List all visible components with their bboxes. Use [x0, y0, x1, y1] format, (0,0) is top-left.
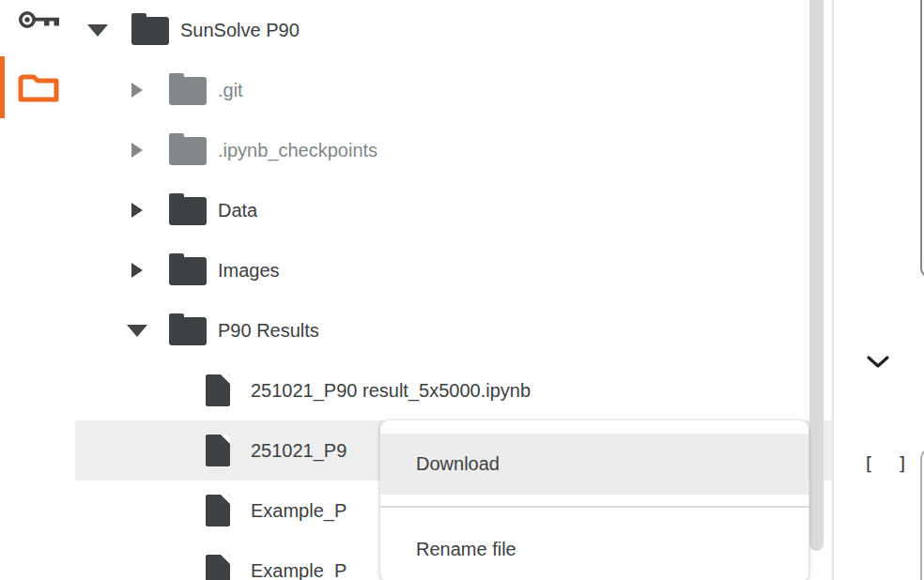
key-icon [17, 6, 62, 34]
cell-border [920, 0, 924, 278]
panel-divider[interactable] [832, 0, 834, 580]
folder-icon [169, 197, 207, 225]
tree-item-label: 251021_P9 [251, 440, 346, 462]
folder-icon [169, 77, 207, 105]
tree-item-label: 251021_P90 result_5x5000.ipynb [251, 380, 531, 402]
file-icon [206, 374, 230, 406]
tree-item-label: Data [218, 200, 257, 221]
folder-icon [131, 17, 169, 45]
menu-divider [380, 506, 808, 508]
folder-icon [169, 137, 207, 165]
tree-item-label: Example_P [251, 500, 346, 522]
tree-item-label: .git [218, 80, 243, 101]
activity-bar [0, 0, 75, 580]
file-icon [206, 555, 230, 580]
folder-icon [17, 73, 60, 103]
file-icon [206, 435, 230, 466]
tree-item-images[interactable]: Images [75, 240, 832, 300]
chevron-collapsed-icon[interactable] [126, 263, 148, 278]
chevron-collapsed-icon[interactable] [126, 143, 148, 158]
context-menu: Download Rename file [380, 420, 808, 580]
tree-item-git[interactable]: .git [75, 60, 832, 120]
folder-icon [169, 317, 207, 345]
tree-item-data[interactable]: Data [75, 180, 832, 240]
menu-item-download[interactable]: Download [380, 434, 808, 495]
chevron-expanded-icon[interactable] [126, 325, 148, 337]
chevron-expanded-icon[interactable] [86, 24, 109, 37]
file-icon [206, 495, 230, 527]
chevron-collapsed-icon[interactable] [126, 83, 148, 98]
chevron-collapsed-icon[interactable] [126, 203, 148, 218]
secrets-tab[interactable] [17, 6, 62, 38]
cell-run-placeholder[interactable]: [ ] [863, 452, 914, 475]
cell-border [920, 449, 924, 580]
tree-item-p90-results[interactable]: P90 Results [75, 300, 832, 360]
tree-item-label: Images [218, 260, 280, 282]
tree-item-label: Example_P [251, 560, 346, 580]
scrollbar-thumb[interactable] [809, 0, 824, 551]
tree-item-251021-p90-result-5x5000[interactable]: 251021_P90 result_5x5000.ipynb [75, 360, 832, 420]
folder-icon [169, 257, 207, 285]
tree-item-label: P90 Results [218, 320, 319, 342]
tree-item-ipynb-checkpoints[interactable]: .ipynb_checkpoints [75, 120, 832, 180]
tree-item-label: .ipynb_checkpoints [218, 140, 377, 161]
files-tab[interactable] [17, 73, 62, 105]
chevron-down-icon[interactable] [866, 354, 890, 374]
tree-item-label: SunSolve P90 [180, 20, 300, 41]
menu-item-rename-file[interactable]: Rename file [380, 519, 808, 580]
tree-item-sunsolve-p90[interactable]: SunSolve P90 [75, 0, 832, 60]
active-tab-indicator [0, 56, 5, 118]
colab-file-browser: SunSolve P90 .git .ipynb_checkpoints Dat… [0, 0, 924, 580]
